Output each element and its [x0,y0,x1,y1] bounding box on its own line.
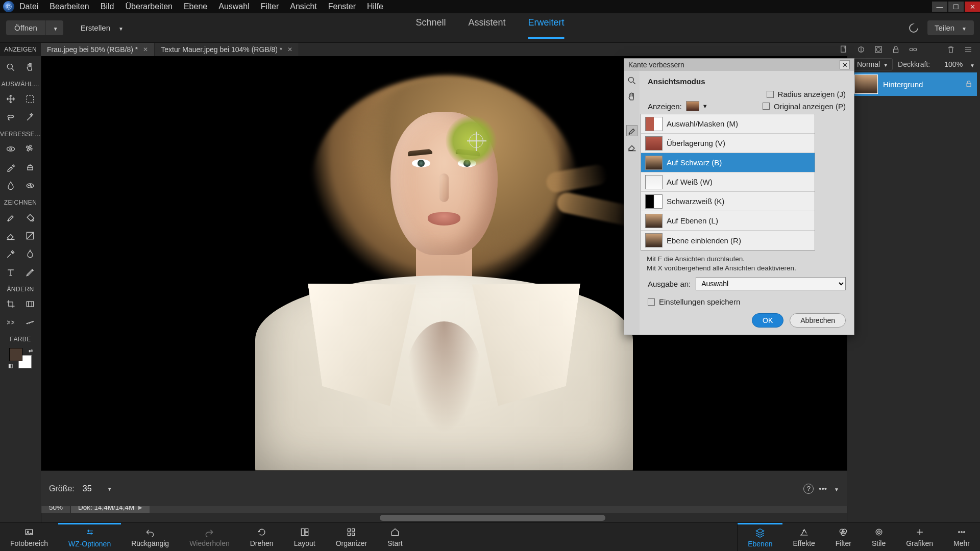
view-option-black-white[interactable]: Schwarzweiß (K) [641,192,815,211]
view-select[interactable]: ▼ [686,101,708,111]
view-option-on-white[interactable]: Auf Weiß (W) [641,172,815,192]
smart-brush-tool[interactable] [5,161,17,173]
lasso-tool[interactable] [5,111,17,123]
document-tab[interactable]: Frau.jpeg bei 50% (RGB/8) * ✕ [41,43,155,56]
view-option-on-layers[interactable]: Auf Ebenen (L) [641,211,815,231]
view-option-reveal-layer[interactable]: Ebene einblenden (R) [641,231,815,250]
photobin-tab[interactable]: Fotobereich [0,523,58,551]
ok-button[interactable]: OK [752,313,783,328]
show-radius-checkbox[interactable] [767,91,774,98]
help-icon[interactable]: ? [803,484,814,494]
menu-ansicht[interactable]: Ansicht [290,2,316,11]
horizontal-scrollbar[interactable] [41,513,847,522]
window-close[interactable]: ✕ [965,2,980,12]
menu-ebene[interactable]: Ebene [184,2,207,11]
eyedropper-tool[interactable] [5,248,17,260]
open-button[interactable]: Öffnen [6,20,63,35]
color-swatches[interactable]: ⇄ ◧ [8,348,33,368]
healing-brush-tool[interactable] [24,143,36,155]
cancel-button[interactable]: Abbrechen [790,313,846,328]
menu-datei[interactable]: Datei [19,2,38,11]
output-select[interactable]: Auswahl [696,277,846,290]
layers-tab[interactable]: Ebenen [738,523,782,551]
mode-tab-quick[interactable]: Schnell [415,17,446,39]
close-icon[interactable]: ✕ [143,46,148,53]
open-button-arrow[interactable] [45,20,63,35]
menu-bearbeiten[interactable]: Bearbeiten [50,2,89,11]
tool-options-tab[interactable]: WZ-Optionen [58,523,121,551]
crop-tool[interactable] [5,298,17,310]
type-tool[interactable] [5,266,17,279]
content-aware-move-tool[interactable] [5,316,17,329]
theme-toggle-icon[interactable] [909,23,918,33]
zoom-tool[interactable] [5,61,17,73]
gradient-tool[interactable] [24,230,36,242]
scrollbar-thumb[interactable] [380,515,605,521]
redo-button[interactable]: Wiederholen [179,523,240,551]
recompose-tool[interactable] [24,298,36,310]
move-tool[interactable] [5,93,17,105]
menu-hilfe[interactable]: Hilfe [367,2,383,11]
dialog-close-button[interactable]: ✕ [840,60,850,69]
marquee-tool[interactable] [24,93,36,105]
pencil-tool[interactable] [24,266,36,279]
more-icon[interactable]: ••• [819,484,827,493]
view-option-on-black[interactable]: Auf Schwarz (B) [641,153,815,172]
link-layers-icon[interactable] [909,45,918,54]
adjustment-layer-icon[interactable] [856,45,866,54]
mask-icon[interactable] [874,45,883,54]
shape-tool[interactable] [24,248,36,260]
brush-tool[interactable] [5,211,17,223]
magic-wand-tool[interactable] [24,111,36,123]
opacity-value[interactable]: 100% [935,60,963,68]
refine-edge-dialog[interactable]: Kante verbessern ✕ Ansichtsmodus Radius … [624,58,854,335]
lock-icon[interactable] [965,80,973,89]
menu-ueberarbeiten[interactable]: Überarbeiten [125,2,173,11]
graphics-tab[interactable]: Grafiken [896,523,943,551]
chevron-down-icon[interactable] [968,60,975,69]
clone-stamp-tool[interactable] [24,161,36,173]
create-button[interactable]: Erstellen [75,20,130,35]
default-colors-icon[interactable]: ◧ [8,363,13,368]
filters-tab[interactable]: Filter [825,523,862,551]
foreground-color-swatch[interactable] [9,348,22,361]
window-maximize[interactable]: ☐ [948,2,964,12]
styles-tab[interactable]: Stile [862,523,896,551]
blur-tool[interactable] [5,180,17,192]
window-minimize[interactable]: — [932,2,947,12]
show-original-checkbox[interactable] [763,103,770,110]
size-value[interactable]: 35 [83,484,97,493]
swap-colors-icon[interactable]: ⇄ [29,348,33,354]
blend-mode-select[interactable]: Normal [852,58,893,70]
eraser-tool[interactable] [5,230,17,242]
size-dropdown[interactable] [105,485,112,492]
dialog-titlebar[interactable]: Kante verbessern ✕ [624,59,854,71]
organizer-button[interactable]: Organizer [326,523,377,551]
more-tab[interactable]: Mehr [943,523,980,551]
erase-refinements-brush-icon[interactable] [626,141,638,153]
layout-button[interactable]: Layout [284,523,326,551]
layer-row[interactable]: Hintergrund [850,72,977,96]
view-option-overlay[interactable]: Überlagerung (V) [641,134,815,153]
redeye-tool[interactable] [5,143,17,155]
home-button[interactable]: Start [377,523,413,551]
save-settings-checkbox[interactable] [648,298,655,306]
sponge-tool[interactable] [24,180,36,192]
trash-icon[interactable] [946,45,955,54]
menu-fenster[interactable]: Fenster [328,2,356,11]
menu-filter[interactable]: Filter [261,2,279,11]
mode-tab-expert[interactable]: Erweitert [528,17,565,39]
chevron-down-icon[interactable] [832,484,839,493]
refine-radius-brush-icon[interactable] [626,125,638,136]
straighten-tool[interactable] [24,316,36,329]
menu-bild[interactable]: Bild [101,2,114,11]
hand-tool-icon[interactable] [626,91,638,103]
close-icon[interactable]: ✕ [287,46,292,53]
lock-icon[interactable] [891,45,900,54]
effects-tab[interactable]: Effekte [782,523,825,551]
panel-menu-icon[interactable] [964,45,973,54]
zoom-tool-icon[interactable] [626,75,638,86]
new-document-icon[interactable] [839,45,848,54]
undo-button[interactable]: Rückgängig [121,523,179,551]
hand-tool[interactable] [24,61,36,73]
